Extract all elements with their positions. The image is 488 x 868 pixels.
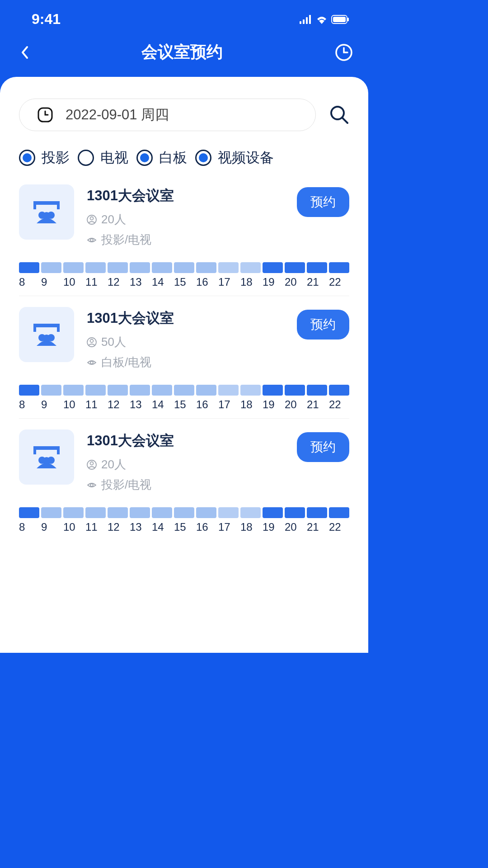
time-label: 21: [307, 521, 327, 533]
time-slot[interactable]: [240, 507, 261, 518]
time-slot[interactable]: [108, 262, 128, 273]
time-slot[interactable]: [218, 262, 239, 273]
time-slot[interactable]: [174, 385, 194, 396]
time-slot[interactable]: [41, 507, 61, 518]
room-card: 1301大会议室20人投影/电视预约8910111213141516171819…: [19, 429, 349, 541]
svg-rect-13: [57, 201, 60, 209]
time-label: 8: [19, 276, 39, 288]
time-slot[interactable]: [85, 262, 106, 273]
time-slot[interactable]: [41, 262, 61, 273]
time-slot[interactable]: [152, 262, 172, 273]
time-slot[interactable]: [85, 507, 106, 518]
time-slot[interactable]: [285, 385, 305, 396]
radio-icon: [195, 150, 211, 166]
time-label: 13: [130, 276, 150, 288]
time-slot[interactable]: [63, 507, 84, 518]
time-label: 22: [329, 276, 349, 288]
time-slot[interactable]: [130, 385, 150, 396]
time-slot[interactable]: [263, 507, 283, 518]
time-slot[interactable]: [108, 507, 128, 518]
time-slot[interactable]: [196, 262, 216, 273]
time-slot[interactable]: [196, 507, 216, 518]
time-slot[interactable]: [19, 385, 39, 396]
person-icon: [87, 215, 97, 225]
svg-rect-5: [333, 17, 346, 22]
time-slot[interactable]: [240, 385, 261, 396]
time-slot[interactable]: [307, 385, 327, 396]
timeline: 8910111213141516171819202122: [19, 262, 349, 288]
svg-rect-12: [33, 201, 36, 209]
filter-item[interactable]: 白板: [136, 148, 187, 167]
time-slot[interactable]: [63, 385, 84, 396]
filter-item[interactable]: 电视: [78, 148, 128, 167]
wifi-icon: [316, 15, 328, 24]
history-icon[interactable]: [335, 43, 353, 61]
svg-point-18: [90, 217, 94, 220]
time-slot[interactable]: [218, 507, 239, 518]
time-slot[interactable]: [130, 262, 150, 273]
content: 2022-09-01 周四 投影电视白板视频设备 1301大会议室20人投影/电…: [0, 77, 368, 653]
svg-rect-31: [57, 446, 60, 454]
time-slot[interactable]: [285, 262, 305, 273]
search-icon[interactable]: [329, 105, 349, 125]
time-label: 16: [196, 276, 216, 288]
svg-point-28: [90, 361, 93, 364]
time-label: 9: [41, 398, 61, 411]
date-picker[interactable]: 2022-09-01 周四: [19, 99, 316, 131]
room-capacity: 20人: [87, 457, 284, 472]
time-label: 22: [329, 521, 349, 533]
time-label: 18: [240, 398, 261, 411]
book-button[interactable]: 预约: [297, 432, 349, 462]
room-info: 1301大会议室50人白板/电视: [87, 307, 284, 375]
time-slot[interactable]: [19, 262, 39, 273]
time-slot[interactable]: [19, 507, 39, 518]
time-slot[interactable]: [329, 262, 349, 273]
time-label: 16: [196, 398, 216, 411]
date-row: 2022-09-01 周四: [19, 99, 349, 131]
time-slot[interactable]: [174, 507, 194, 518]
time-slot[interactable]: [63, 262, 84, 273]
svg-rect-20: [33, 324, 60, 327]
room-thumbnail: [19, 184, 74, 240]
svg-rect-0: [300, 21, 301, 24]
svg-rect-21: [33, 324, 36, 332]
time-slot[interactable]: [240, 262, 261, 273]
time-slot[interactable]: [285, 507, 305, 518]
time-slot[interactable]: [85, 385, 106, 396]
time-label: 15: [174, 276, 194, 288]
time-slot[interactable]: [196, 385, 216, 396]
time-slot[interactable]: [263, 262, 283, 273]
filter-label: 白板: [159, 148, 187, 167]
filter-item[interactable]: 投影: [19, 148, 70, 167]
time-slot[interactable]: [218, 385, 239, 396]
back-icon[interactable]: [21, 46, 29, 59]
time-slot[interactable]: [329, 507, 349, 518]
book-button[interactable]: 预约: [297, 187, 349, 217]
time-label: 18: [240, 521, 261, 533]
svg-rect-11: [33, 201, 60, 205]
time-slot[interactable]: [152, 385, 172, 396]
time-slot[interactable]: [263, 385, 283, 396]
time-slot[interactable]: [329, 385, 349, 396]
time-label: 14: [152, 398, 172, 411]
book-button[interactable]: 预约: [297, 310, 349, 340]
page-title: 会议室预约: [141, 41, 223, 63]
time-slot[interactable]: [130, 507, 150, 518]
time-label: 19: [263, 276, 283, 288]
time-slot[interactable]: [108, 385, 128, 396]
clock-icon: [38, 107, 53, 123]
filter-item[interactable]: 视频设备: [195, 148, 274, 167]
time-slot[interactable]: [174, 262, 194, 273]
svg-rect-30: [33, 446, 36, 454]
time-label: 14: [152, 521, 172, 533]
time-slot[interactable]: [307, 262, 327, 273]
time-label: 10: [63, 276, 84, 288]
time-slot[interactable]: [41, 385, 61, 396]
svg-point-27: [90, 339, 94, 342]
time-label: 17: [218, 398, 239, 411]
person-icon: [87, 460, 97, 470]
time-slot[interactable]: [307, 507, 327, 518]
time-slot[interactable]: [152, 507, 172, 518]
time-label: 11: [85, 398, 106, 411]
radio-icon: [78, 150, 94, 166]
